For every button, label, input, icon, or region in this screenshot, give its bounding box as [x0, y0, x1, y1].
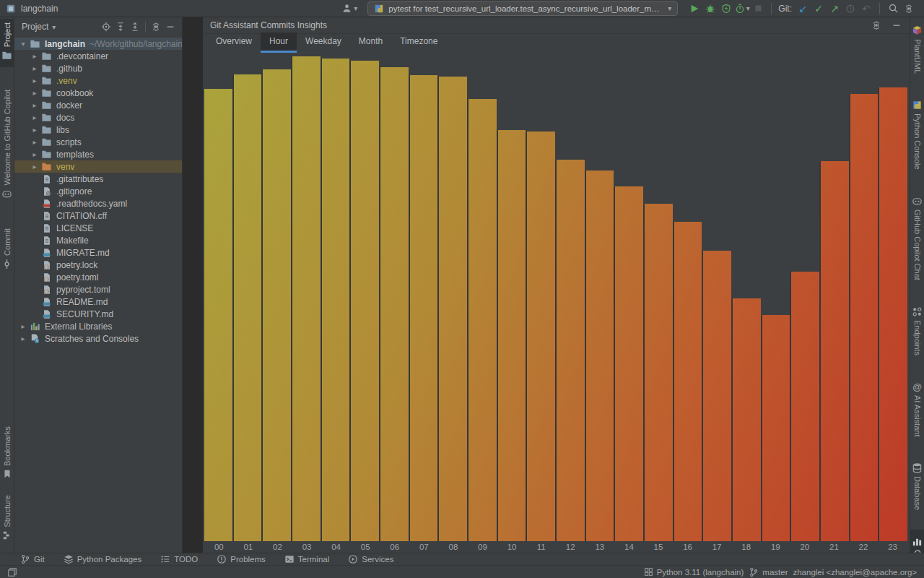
tree-item--github[interactable]: ▸.github [14, 62, 182, 74]
tool-stripe-tab-bookmarks[interactable]: Bookmarks [0, 423, 14, 486]
chevron-right-icon[interactable]: ▸ [29, 52, 40, 60]
bar-hour-01[interactable] [232, 54, 262, 541]
bar-hour-15[interactable] [643, 54, 673, 541]
branch-widget[interactable]: master [749, 567, 788, 577]
debug-button[interactable] [702, 1, 718, 17]
user-menu-button[interactable]: ▾ [341, 3, 357, 14]
tree-item-citation-cff[interactable]: CITATION.cff [14, 210, 182, 222]
tree-item-scripts[interactable]: ▸scripts [14, 136, 182, 148]
tool-stripe-tab-plantuml[interactable]: PlantUML [910, 19, 924, 77]
bar-hour-14[interactable] [614, 54, 643, 541]
tree-item-poetry-toml[interactable]: poetry.toml [14, 271, 182, 283]
bar-hour-04[interactable] [321, 54, 350, 541]
chevron-right-icon[interactable]: ▸ [29, 126, 40, 134]
tree-item-scratches-and-consoles[interactable]: ▸Scratches and Consoles [14, 332, 182, 345]
tree-item-templates[interactable]: ▸templates [14, 148, 182, 160]
bar-hour-19[interactable] [761, 54, 790, 541]
tree-item-security-md[interactable]: SECURITY.md [14, 308, 182, 320]
tool-window-button-python-packages[interactable]: Python Packages [64, 554, 142, 564]
chevron-right-icon[interactable]: ▸ [29, 113, 40, 121]
tab-weekday[interactable]: Weekday [297, 33, 350, 53]
tab-timezone[interactable]: Timezone [391, 33, 446, 53]
profiler-button[interactable]: ▾ [734, 1, 750, 17]
bar-hour-02[interactable] [261, 54, 291, 541]
bar-hour-09[interactable] [467, 54, 497, 541]
chevron-right-icon[interactable]: ▸ [29, 77, 40, 85]
bar-hour-03[interactable] [291, 54, 321, 541]
settings-button[interactable] [901, 1, 917, 17]
chevron-right-icon[interactable]: ▸ [29, 150, 40, 158]
bar-hour-05[interactable] [349, 54, 379, 541]
bar-hour-21[interactable] [819, 54, 849, 541]
user-email-widget[interactable]: zhanglei <zhanglei@apache.org> [793, 568, 917, 577]
tool-stripe-tab-project[interactable]: Project [0, 19, 14, 67]
bar-hour-06[interactable] [379, 54, 409, 541]
bar-hour-12[interactable] [555, 54, 585, 541]
project-view-select[interactable]: Project [22, 22, 48, 32]
tree-item-docker[interactable]: ▸docker [14, 99, 182, 111]
bar-hour-20[interactable] [790, 54, 819, 541]
tree-item-pyproject-toml[interactable]: pyproject.toml [14, 283, 182, 296]
tool-stripe-tab-python-console[interactable]: Python Console [910, 93, 924, 173]
run-configuration-select[interactable]: pytest for test_recursive_url_loader.tes… [367, 1, 678, 16]
tool-window-button-services[interactable]: Services [348, 554, 393, 564]
collapse-all-button[interactable] [128, 20, 142, 34]
chevron-right-icon[interactable]: ▸ [29, 138, 40, 146]
search-everywhere-button[interactable] [885, 1, 901, 17]
bar-hour-22[interactable] [849, 54, 879, 541]
tool-window-button-git[interactable]: Git [20, 554, 45, 564]
panel-hide-button[interactable] [889, 18, 904, 33]
bar-hour-13[interactable] [585, 54, 614, 541]
tree-item-venv[interactable]: ▸venv [14, 160, 182, 173]
locate-button[interactable] [99, 20, 113, 34]
tab-month[interactable]: Month [350, 33, 391, 53]
tree-item-license[interactable]: LICENSE [14, 222, 182, 234]
panel-settings-button[interactable] [869, 18, 884, 33]
coverage-button[interactable] [718, 1, 734, 17]
chevron-right-icon[interactable]: ▸ [29, 89, 40, 97]
tab-hour[interactable]: Hour [261, 33, 297, 53]
tree-item--gitattributes[interactable]: .gitattributes [14, 173, 182, 185]
chevron-right-icon[interactable]: ▸ [17, 335, 29, 342]
tool-stripe-tab-github-copilot-chat[interactable]: GitHub Copilot Chat [910, 189, 924, 284]
bar-hour-07[interactable] [409, 54, 438, 541]
tree-item-cookbook[interactable]: ▸cookbook [14, 87, 182, 99]
tree-item-docs[interactable]: ▸docs [14, 111, 182, 124]
chevron-right-icon[interactable]: ▸ [17, 322, 29, 330]
tree-item--gitignore[interactable]: .gitignore [14, 185, 182, 197]
run-button[interactable] [687, 1, 702, 17]
chevron-right-icon[interactable]: ▸ [29, 101, 40, 109]
tree-item--venv[interactable]: ▸.venv [14, 74, 182, 87]
interpreter-widget[interactable]: Python 3.11 (langchain) [644, 567, 744, 577]
bar-hour-18[interactable] [731, 54, 761, 541]
git-update-button[interactable]: ↙ [795, 1, 811, 17]
tool-stripe-tab-structure[interactable]: Structure [0, 491, 14, 547]
expand-all-button[interactable] [113, 20, 128, 34]
tree-item-migrate-md[interactable]: MIGRATE.md [14, 246, 182, 259]
bar-hour-16[interactable] [673, 54, 702, 541]
bar-hour-23[interactable] [878, 54, 907, 541]
options-button[interactable] [149, 20, 163, 34]
chevron-down-icon[interactable]: ▾ [17, 40, 29, 48]
tree-item-readme-md[interactable]: README.md [14, 296, 182, 308]
tree-item-makefile[interactable]: Makefile [14, 234, 182, 246]
tool-stripe-tab-commit[interactable]: Commit [0, 225, 14, 276]
tool-stripe-tab-welcome-to-github-copilot[interactable]: Welcome to GitHub Copilot [0, 86, 14, 205]
bar-hour-10[interactable] [497, 54, 526, 541]
tab-overview[interactable]: Overview [207, 33, 261, 53]
git-commit-button[interactable]: ✓ [811, 1, 827, 17]
tool-window-button-terminal[interactable]: Terminal [284, 554, 329, 564]
tool-stripe-tab-database[interactable]: Database [910, 456, 924, 514]
tool-stripe-tab-ai-assistant[interactable]: @AI Assistant [910, 375, 924, 440]
git-push-button[interactable]: ↗ [827, 1, 842, 17]
tool-windows-icon[interactable] [7, 567, 17, 577]
tree-item--readthedocs-yaml[interactable]: .readthedocs.yaml [14, 197, 182, 210]
tree-item-langchain[interactable]: ▾langchain~/Work/github/langchain [14, 38, 182, 50]
bar-hour-17[interactable] [702, 54, 731, 541]
tree-item-libs[interactable]: ▸libs [14, 124, 182, 136]
bar-hour-00[interactable] [204, 54, 232, 541]
chevron-right-icon[interactable]: ▸ [29, 64, 40, 72]
tool-window-button-todo[interactable]: TODO [160, 554, 198, 564]
tree-item-poetry-lock[interactable]: poetry.lock [14, 259, 182, 271]
bar-hour-11[interactable] [526, 54, 555, 541]
